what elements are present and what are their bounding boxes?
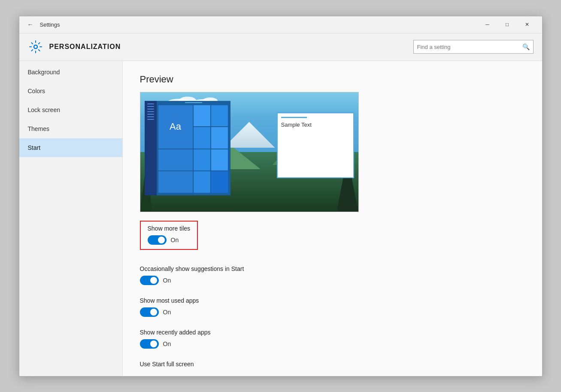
- svg-point-0: [34, 45, 37, 49]
- tile-small-5: [194, 149, 210, 171]
- tile-small-2: [211, 105, 228, 127]
- tile-small-6: [211, 149, 228, 171]
- sidebar: Background Colors Lock screen Themes Sta…: [19, 61, 122, 376]
- header: PERSONALIZATION 🔍: [19, 33, 542, 61]
- start-menu-topbar: [157, 101, 230, 104]
- show-more-tiles-toggle[interactable]: [148, 235, 167, 245]
- toggle-thumb-4: [150, 340, 157, 347]
- start-menu-tiles: Aa: [158, 105, 228, 193]
- setting-show-suggestions: Occasionally show suggestions in Start O…: [140, 265, 525, 285]
- search-input[interactable]: [417, 44, 522, 50]
- maximize-button[interactable]: □: [497, 16, 517, 33]
- back-button[interactable]: ←: [24, 18, 36, 30]
- show-recently-added-label: Show recently added apps: [140, 329, 525, 336]
- show-more-tiles-row: On: [148, 235, 191, 245]
- toggle-track-3: [140, 307, 159, 317]
- show-most-used-state: On: [163, 309, 171, 316]
- titlebar-title: Settings: [40, 21, 478, 28]
- sample-text-box: Sample Text: [277, 112, 354, 178]
- main-content: Preview: [122, 61, 542, 376]
- toggle-track-2: [140, 276, 159, 285]
- settings-window: ← Settings ─ □ ✕ PERSONALIZATION 🔍 Backg…: [19, 16, 543, 377]
- close-button[interactable]: ✕: [517, 16, 537, 33]
- toggle-thumb-3: [150, 309, 157, 316]
- tile-small-1: [194, 105, 210, 127]
- start-menu-left-bar: [145, 101, 157, 195]
- use-full-screen-label: Use Start full screen: [140, 361, 525, 368]
- preview-label: Preview: [140, 74, 525, 85]
- setting-use-full-screen: Use Start full screen: [140, 361, 525, 368]
- toggle-thumb-2: [150, 277, 157, 284]
- show-more-tiles-state: On: [171, 237, 179, 243]
- tile-medium-2: [158, 171, 193, 193]
- minimize-button[interactable]: ─: [478, 16, 497, 33]
- preview-image: Aa: [140, 92, 359, 212]
- sample-text-decoration: [281, 117, 307, 118]
- sidebar-item-lock-screen[interactable]: Lock screen: [19, 100, 122, 119]
- titlebar-controls: ─ □ ✕: [478, 16, 537, 33]
- show-more-tiles-label: Show more tiles: [148, 225, 191, 232]
- start-menu-preview: Aa: [145, 101, 230, 195]
- sidebar-item-colors[interactable]: Colors: [19, 82, 122, 100]
- show-suggestions-toggle[interactable]: [140, 276, 159, 285]
- highlight-border: Show more tiles On: [140, 221, 198, 250]
- header-title: PERSONALIZATION: [49, 43, 413, 51]
- search-icon: 🔍: [522, 43, 530, 50]
- tile-small-7: [194, 171, 210, 193]
- tile-small-8: [211, 171, 228, 193]
- show-recently-added-toggle[interactable]: [140, 339, 159, 349]
- show-most-used-row: On: [140, 307, 525, 317]
- toggle-track: [148, 235, 167, 245]
- sidebar-item-themes[interactable]: Themes: [19, 119, 122, 138]
- show-most-used-toggle[interactable]: [140, 307, 159, 317]
- toggle-track-4: [140, 339, 159, 349]
- sample-text: Sample Text: [281, 122, 350, 128]
- show-most-used-label: Show most used apps: [140, 297, 525, 304]
- setting-show-most-used: Show most used apps On: [140, 297, 525, 317]
- tile-small-4: [211, 127, 228, 149]
- search-box[interactable]: 🔍: [413, 40, 534, 54]
- show-recently-added-state: On: [163, 340, 171, 347]
- content-area: Background Colors Lock screen Themes Sta…: [19, 61, 542, 376]
- tile-large: Aa: [158, 105, 193, 149]
- personalization-icon: [28, 39, 43, 55]
- sidebar-item-start[interactable]: Start: [19, 138, 122, 157]
- setting-show-recently-added: Show recently added apps On: [140, 329, 525, 349]
- show-recently-added-row: On: [140, 339, 525, 349]
- setting-show-more-tiles: Show more tiles On: [140, 221, 525, 253]
- tile-medium-1: [158, 149, 193, 171]
- show-suggestions-state: On: [163, 277, 171, 284]
- show-suggestions-row: On: [140, 276, 525, 285]
- show-suggestions-label: Occasionally show suggestions in Start: [140, 265, 525, 272]
- sidebar-item-background[interactable]: Background: [19, 63, 122, 82]
- titlebar: ← Settings ─ □ ✕: [19, 16, 542, 33]
- toggle-thumb: [158, 237, 165, 243]
- tile-small-3: [194, 127, 210, 149]
